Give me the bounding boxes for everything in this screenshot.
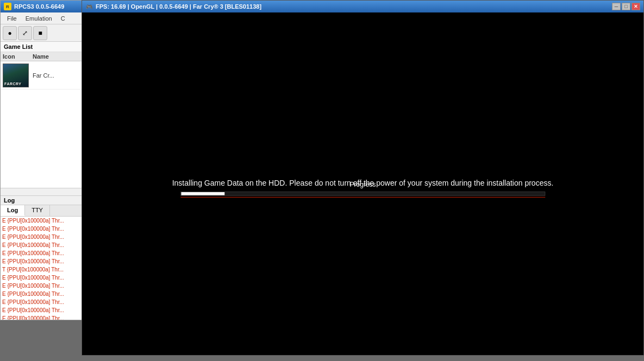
game-content: Installing Game Data on the HDD. Please …	[82, 12, 643, 355]
game-list-header: Game List	[1, 42, 82, 52]
progress-bar-fill	[181, 192, 224, 195]
game-icon-label: FARCRY	[4, 82, 22, 86]
emulator-icon: R	[4, 3, 11, 10]
log-line: E {PPU[0x100000a] Thr...	[1, 217, 82, 225]
log-line: E {PPU[0x100000a] Thr...	[1, 249, 82, 257]
progress-bar-background	[180, 191, 545, 195]
game-title-bar: 🎮 FPS: 16.69 | OpenGL | 0.0.5-6649 | Far…	[82, 1, 643, 12]
log-line: E {PPU[0x100000a] Thr...	[1, 241, 82, 249]
game-window-icon: 🎮	[85, 3, 93, 10]
game-title-buttons: ─ □ ✕	[612, 3, 640, 10]
game-title-text: FPS: 16.69 | OpenGL | 0.0.5-6649 | Far C…	[96, 3, 612, 10]
play-button[interactable]: ●	[3, 26, 17, 40]
horizontal-scrollbar[interactable]	[1, 188, 82, 195]
log-line: E {PPU[0x100000a] Thr...	[1, 306, 82, 314]
log-line: T {PPU[0x100000a] Thr...	[1, 265, 82, 274]
emulator-title-bar: R RPCS3 0.0.5-6649	[1, 1, 82, 12]
toolbar: ● ⤢ ■	[1, 24, 82, 42]
log-line: E {PPU[0x100000a] Thr...	[1, 282, 82, 290]
stop-button[interactable]: ■	[33, 26, 47, 40]
log-section: Log Log TTY E {PPU[0x100000a] Thr...E {P…	[1, 195, 82, 320]
tab-log[interactable]: Log	[1, 205, 25, 216]
log-line: E {PPU[0x100000a] Thr...	[1, 314, 82, 320]
menu-file[interactable]: File	[3, 14, 21, 23]
column-icon-header: Icon	[3, 53, 33, 60]
log-tabs: Log TTY	[1, 205, 82, 217]
minimize-button[interactable]: ─	[612, 3, 621, 10]
emulator-title-text: RPCS3 0.0.5-6649	[14, 3, 79, 10]
tab-tty[interactable]: TTY	[25, 205, 50, 216]
menu-bar: File Emulation C	[1, 12, 82, 24]
log-line: E {PPU[0x100000a] Thr...	[1, 225, 82, 233]
stop-icon: ■	[38, 29, 42, 37]
log-line: E {PPU[0x100000a] Thr...	[1, 290, 82, 298]
log-content: E {PPU[0x100000a] Thr...E {PPU[0x100000a…	[1, 217, 82, 320]
game-window: 🎮 FPS: 16.69 | OpenGL | 0.0.5-6649 | Far…	[82, 0, 644, 356]
fullscreen-button[interactable]: ⤢	[18, 26, 32, 40]
play-icon: ●	[8, 29, 11, 37]
game-list-columns: Icon Name	[1, 52, 82, 61]
fullscreen-icon: ⤢	[22, 29, 28, 37]
progress-bar-line	[180, 197, 545, 197]
menu-config[interactable]: C	[57, 14, 70, 23]
maximize-button[interactable]: □	[622, 3, 630, 10]
close-button[interactable]: ✕	[632, 3, 640, 10]
log-line: E {PPU[0x100000a] Thr...	[1, 274, 82, 282]
game-name-cell: Far Cr...	[33, 72, 80, 79]
game-list-body: FARCRY Far Cr...	[1, 61, 82, 188]
emulator-window: R RPCS3 0.0.5-6649 File Emulation C ● ⤢ …	[0, 0, 83, 320]
log-header: Log	[1, 196, 82, 205]
column-name-header: Name	[33, 53, 80, 60]
menu-emulation[interactable]: Emulation	[21, 14, 57, 23]
game-row[interactable]: FARCRY Far Cr...	[1, 61, 82, 90]
log-line: E {PPU[0x100000a] Thr...	[1, 233, 82, 241]
game-icon-cell: FARCRY	[3, 64, 33, 87]
progress-container: Progress	[180, 180, 545, 197]
log-line: E {PPU[0x100000a] Thr...	[1, 257, 82, 265]
game-icon-image: FARCRY	[3, 64, 29, 87]
progress-label: Progress	[180, 180, 545, 188]
log-line: E {PPU[0x100000a] Thr...	[1, 298, 82, 306]
